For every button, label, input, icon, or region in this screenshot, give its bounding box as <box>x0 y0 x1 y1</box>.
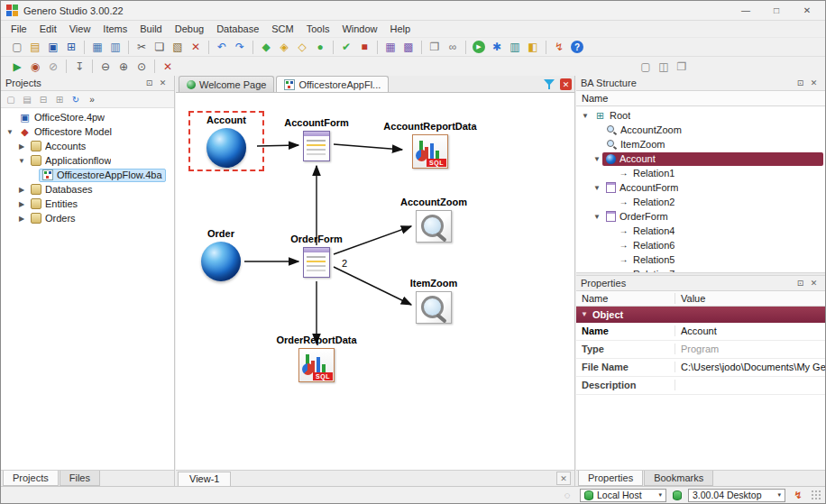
layout-tabs-icon[interactable]: ❐ <box>674 59 690 75</box>
tree-item-relation1[interactable]: Relation1 <box>576 166 825 180</box>
tree-item-itemzoom[interactable]: ItemZoom <box>576 137 825 151</box>
menu-debug[interactable]: Debug <box>169 23 210 35</box>
chevron-right-icon[interactable]: ▶ <box>16 186 27 194</box>
proj-expand-icon[interactable]: ⊞ <box>52 93 67 106</box>
close-panel-icon[interactable]: ✕ <box>807 77 821 89</box>
configuration-select[interactable]: 3.00.04 Desktop ▾ <box>688 489 785 502</box>
undo-icon[interactable]: ↶ <box>214 39 230 55</box>
chevron-right-icon[interactable]: ▶ <box>16 215 27 223</box>
redo-icon[interactable]: ↷ <box>232 39 248 55</box>
tree-item-account[interactable]: ▼Account <box>576 151 825 166</box>
tree-item-applicationflow[interactable]: ▼Applicationflow <box>1 153 174 168</box>
diagram-node-orderform[interactable]: OrderForm <box>288 234 345 278</box>
diagram-node-orderreportdata[interactable]: OrderReportData SQL <box>277 334 356 382</box>
pin-view-icon[interactable]: ↧ <box>71 59 87 75</box>
compile-icon[interactable]: ◇ <box>294 39 310 55</box>
compare-icon[interactable]: ◧ <box>525 39 541 55</box>
chevron-right-icon[interactable]: ▶ <box>16 200 27 208</box>
resize-grip[interactable] <box>811 490 821 500</box>
menu-items[interactable]: Items <box>96 23 133 35</box>
profile-icon[interactable]: ◉ <box>27 59 43 75</box>
minimize-button[interactable]: — <box>733 4 758 18</box>
tree-item-officestoreappflow-4ba[interactable]: OfficestoreAppFlow.4ba <box>1 168 174 182</box>
chevron-down-icon[interactable]: ▼ <box>580 112 591 120</box>
zoom-in-icon[interactable]: ⊕ <box>115 59 132 75</box>
close-panel-icon[interactable]: ✕ <box>156 77 170 89</box>
property-row-name[interactable]: NameAccount <box>576 323 825 341</box>
chevron-right-icon[interactable]: ▶ <box>16 142 27 151</box>
stop-build-icon[interactable]: ■ <box>356 39 372 55</box>
tree-item-orders[interactable]: ▶Orders <box>1 211 174 225</box>
print-icon[interactable]: ▦ <box>89 39 106 55</box>
proj-collapse-icon[interactable]: ⊟ <box>36 93 50 106</box>
menu-file[interactable]: File <box>5 23 33 35</box>
zoom-out-icon[interactable]: ⊖ <box>97 59 114 75</box>
float-panel-icon[interactable]: ⊡ <box>794 77 807 89</box>
tree-item-officestore-4pw[interactable]: OfficeStore.4pw <box>1 110 174 124</box>
menu-help[interactable]: Help <box>384 23 418 35</box>
open-file-icon[interactable]: ▤ <box>27 39 43 55</box>
menu-edit[interactable]: Edit <box>33 23 63 35</box>
tree-item-relation6[interactable]: Relation6 <box>576 238 825 252</box>
proj-folder-icon[interactable]: ▤ <box>20 93 34 106</box>
properties-group-row[interactable]: ▼ Object <box>576 307 825 323</box>
settings-gears-icon[interactable]: ✱ <box>489 39 505 55</box>
tree-item-accounts[interactable]: ▶Accounts <box>1 139 174 153</box>
link-entity-icon[interactable]: ∞ <box>445 39 461 55</box>
db-schema-icon[interactable]: ▩ <box>400 39 417 55</box>
save-icon[interactable]: ▣ <box>45 39 61 55</box>
tree-item-relation2[interactable]: Relation2 <box>576 195 825 209</box>
reports-icon[interactable]: ▥ <box>507 39 523 55</box>
close-view-icon[interactable]: ✕ <box>556 472 571 485</box>
float-panel-icon[interactable]: ⊡ <box>794 277 807 289</box>
chevron-down-icon[interactable]: ▼ <box>592 184 602 192</box>
db-table-icon[interactable]: ▦ <box>382 39 399 55</box>
print-preview-icon[interactable]: ▥ <box>107 39 124 55</box>
menu-view[interactable]: View <box>63 23 97 35</box>
diagram-node-order[interactable]: Order <box>192 228 250 281</box>
menu-build[interactable]: Build <box>133 23 168 35</box>
maximize-button[interactable]: □ <box>764 4 789 18</box>
layout-single-icon[interactable]: ▢ <box>638 59 654 75</box>
close-panel-icon[interactable]: ✕ <box>807 277 821 289</box>
tree-item-root[interactable]: ▼Root <box>576 108 825 123</box>
save-all-icon[interactable]: ⊞ <box>63 39 79 55</box>
delete-icon[interactable]: ✕ <box>188 39 204 55</box>
tree-item-accountzoom[interactable]: AccountZoom <box>576 123 825 137</box>
chevron-down-icon[interactable]: ▼ <box>16 157 27 165</box>
layout-split-icon[interactable]: ◫ <box>656 59 672 75</box>
execute-icon[interactable]: ● <box>312 39 328 55</box>
build-all-icon[interactable]: ◈ <box>276 39 292 55</box>
diagram-node-itemzoom[interactable]: ItemZoom <box>401 278 466 324</box>
editor-tab-welcome-page[interactable]: Welcome Page <box>179 76 274 92</box>
diagram-node-accountzoom[interactable]: AccountZoom <box>399 197 468 243</box>
diagram-node-accountreportdata[interactable]: AccountReportData SQL <box>387 121 473 169</box>
chevron-down-icon[interactable]: ▼ <box>592 155 602 163</box>
float-panel-icon[interactable]: ⊡ <box>142 77 156 89</box>
cut-icon[interactable]: ✂ <box>133 39 150 55</box>
view-tab[interactable]: View-1 <box>178 472 231 486</box>
paste-icon[interactable]: ▧ <box>170 39 186 55</box>
new-file-icon[interactable]: ▢ <box>9 39 25 55</box>
run-app-icon[interactable]: ▶ <box>473 41 485 53</box>
ba-column-header[interactable]: Name <box>576 91 825 106</box>
editor-tab-officestoreappfl[interactable]: OfficestoreAppFl... <box>276 76 389 92</box>
menu-window[interactable]: Window <box>335 23 383 35</box>
bottom-tab-bookmarks[interactable]: Bookmarks <box>644 471 713 486</box>
proj-new-icon[interactable]: ▢ <box>4 93 18 106</box>
check-syntax-icon[interactable]: ✔ <box>338 39 354 55</box>
property-row-description[interactable]: Description <box>576 377 825 395</box>
menu-tools[interactable]: Tools <box>300 23 336 35</box>
copy-icon[interactable]: ❏ <box>151 39 168 55</box>
proj-more-icon[interactable]: » <box>85 93 99 106</box>
diagram-node-account[interactable]: Account <box>188 111 264 171</box>
tree-item-entities[interactable]: ▶Entities <box>1 197 174 211</box>
diagram-canvas[interactable]: Account AccountForm AccountReportData SQ… <box>176 93 574 470</box>
build-icon[interactable]: ◆ <box>258 39 274 55</box>
new-window-icon[interactable]: ❐ <box>427 39 443 55</box>
tree-item-relation5[interactable]: Relation5 <box>576 252 825 267</box>
tree-item-orderform[interactable]: ▼OrderForm <box>576 209 825 224</box>
bottom-tab-projects[interactable]: Projects <box>3 471 59 486</box>
diagram-node-accountform[interactable]: AccountForm <box>289 117 344 161</box>
bottom-tab-files[interactable]: Files <box>60 471 100 486</box>
